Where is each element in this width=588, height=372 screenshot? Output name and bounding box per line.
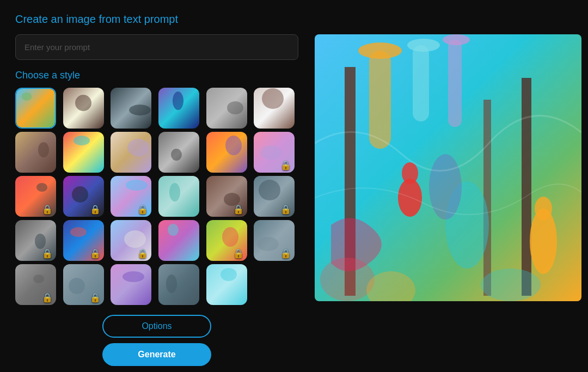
- style-item-18[interactable]: 🔒: [15, 220, 56, 261]
- svg-rect-52: [111, 264, 151, 305]
- style-item-0[interactable]: [15, 88, 56, 129]
- style-item-6[interactable]: [15, 132, 56, 173]
- style-item-22[interactable]: 🔒: [206, 220, 247, 261]
- page-title: Create an image from text prompt: [15, 13, 573, 26]
- svg-point-57: [220, 268, 237, 281]
- svg-rect-20: [206, 132, 247, 173]
- style-item-26[interactable]: [111, 264, 151, 305]
- style-item-24[interactable]: 🔒: [15, 264, 56, 305]
- svg-point-33: [224, 193, 240, 206]
- svg-point-5: [129, 105, 151, 115]
- left-panel: Choose a style 🔒🔒🔒🔒🔒🔒🔒🔒🔒🔒🔒🔒🔒 Options Gen…: [15, 34, 298, 366]
- style-item-14[interactable]: 🔒: [111, 176, 151, 217]
- style-item-13[interactable]: 🔒: [63, 176, 104, 217]
- style-item-8[interactable]: [111, 132, 151, 173]
- style-item-4[interactable]: [206, 88, 247, 129]
- svg-point-23: [260, 145, 282, 160]
- svg-rect-12: [15, 132, 56, 173]
- style-item-28[interactable]: [206, 264, 247, 305]
- svg-rect-38: [63, 220, 104, 261]
- svg-point-35: [259, 180, 280, 200]
- style-item-2[interactable]: [111, 88, 151, 129]
- style-item-11[interactable]: 🔒: [254, 132, 295, 173]
- svg-point-45: [222, 227, 238, 247]
- svg-point-68: [398, 179, 422, 217]
- svg-point-11: [262, 88, 284, 109]
- right-panel: [315, 34, 581, 366]
- style-item-19[interactable]: 🔒: [63, 220, 104, 261]
- svg-rect-63: [369, 51, 391, 149]
- svg-rect-24: [15, 176, 56, 217]
- svg-point-13: [38, 142, 49, 157]
- svg-point-31: [169, 183, 180, 202]
- svg-rect-67: [448, 40, 462, 127]
- style-item-17[interactable]: 🔒: [254, 176, 295, 217]
- prompt-input[interactable]: [15, 34, 298, 60]
- svg-rect-60: [522, 78, 531, 296]
- style-item-21[interactable]: [158, 220, 199, 261]
- svg-point-76: [481, 269, 541, 301]
- svg-point-37: [35, 234, 46, 249]
- svg-point-21: [225, 136, 242, 155]
- style-item-5[interactable]: [254, 88, 295, 129]
- style-item-15[interactable]: [158, 176, 199, 217]
- style-section-label: Choose a style: [15, 70, 298, 81]
- svg-point-69: [402, 162, 418, 184]
- svg-point-1: [21, 93, 32, 101]
- style-item-23[interactable]: 🔒: [254, 220, 295, 261]
- style-item-9[interactable]: [158, 132, 199, 173]
- style-item-12[interactable]: 🔒: [15, 176, 56, 217]
- svg-rect-48: [15, 264, 56, 305]
- svg-point-73: [429, 154, 462, 219]
- style-item-1[interactable]: [63, 88, 104, 129]
- style-item-25[interactable]: 🔒: [63, 264, 104, 305]
- svg-point-29: [126, 180, 148, 191]
- svg-point-15: [74, 136, 90, 145]
- generate-button[interactable]: Generate: [102, 343, 211, 366]
- options-button[interactable]: Options: [102, 315, 211, 338]
- svg-point-3: [75, 95, 91, 111]
- svg-point-49: [33, 275, 44, 283]
- style-item-16[interactable]: 🔒: [206, 176, 247, 217]
- style-item-27[interactable]: [158, 264, 199, 305]
- style-item-7[interactable]: [63, 132, 104, 173]
- svg-point-51: [69, 278, 85, 294]
- svg-point-71: [535, 197, 552, 221]
- style-item-3[interactable]: [158, 88, 199, 129]
- svg-point-25: [36, 183, 47, 192]
- svg-point-47: [257, 237, 279, 251]
- svg-point-53: [122, 271, 144, 282]
- svg-point-17: [127, 139, 149, 156]
- svg-point-7: [173, 92, 183, 110]
- svg-point-41: [124, 230, 146, 248]
- svg-rect-61: [483, 100, 491, 296]
- svg-rect-54: [158, 264, 199, 305]
- svg-rect-42: [158, 220, 199, 261]
- svg-point-27: [72, 186, 88, 203]
- styles-grid: 🔒🔒🔒🔒🔒🔒🔒🔒🔒🔒🔒🔒🔒: [15, 88, 298, 305]
- generated-image: [315, 34, 581, 301]
- svg-point-43: [168, 224, 179, 236]
- svg-point-19: [171, 149, 182, 161]
- svg-point-9: [227, 101, 243, 114]
- buttons-row: Options Generate: [15, 315, 298, 366]
- svg-point-39: [70, 227, 87, 237]
- svg-rect-65: [413, 45, 429, 121]
- svg-point-55: [166, 275, 177, 293]
- output-image-svg: [315, 34, 581, 301]
- style-item-10[interactable]: [206, 132, 247, 173]
- style-item-20[interactable]: 🔒: [111, 220, 151, 261]
